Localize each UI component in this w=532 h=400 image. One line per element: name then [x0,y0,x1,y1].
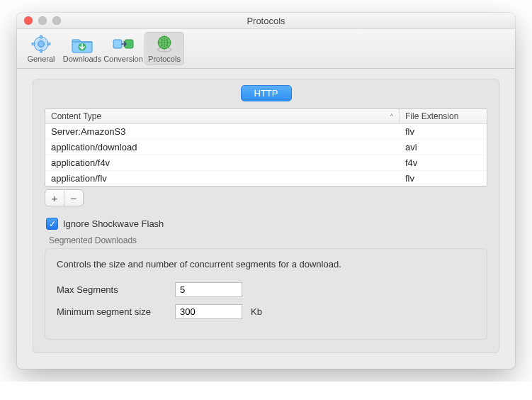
min-segment-size-row: Minimum segment size Kb [57,304,475,319]
tab-conversion[interactable]: Conversion [103,32,143,65]
close-icon[interactable] [24,16,33,25]
toolbar-label: Protocols [145,55,184,63]
cell-content-type: application/f4v [45,155,400,170]
cell-content-type: application/download [45,140,400,155]
add-button[interactable]: + [45,190,64,206]
checkbox-label: Ignore Shockwave Flash [63,218,164,229]
protocols-panel: HTTP Content Type ^ File Extension Serve… [33,79,499,353]
tab-downloads[interactable]: Downloads [62,32,102,65]
table-row[interactable]: application/f4v f4v [45,155,487,171]
download-folder-icon [70,34,94,54]
add-remove-control: + − [45,189,84,206]
table-row[interactable]: application/download avi [45,140,487,155]
window-title: Protocols [17,16,515,26]
remove-button[interactable]: − [64,190,83,206]
checkbox-checked-icon[interactable]: ✓ [46,218,58,230]
svg-rect-7 [113,40,122,48]
tab-protocols[interactable]: Protocols [145,32,184,65]
toolbar-label: Conversion [103,55,143,63]
column-file-extension[interactable]: File Extension [400,109,487,123]
column-label: File Extension [405,111,458,121]
ignore-shockwave-row[interactable]: ✓ Ignore Shockwave Flash [46,218,486,230]
cell-file-extension: f4v [400,155,487,170]
zoom-icon[interactable] [52,16,61,25]
preferences-window: Protocols General [17,13,515,369]
column-label: Content Type [51,111,101,121]
svg-rect-2 [40,35,43,38]
titlebar: Protocols [17,13,515,29]
svg-rect-5 [47,43,50,45]
tab-general[interactable]: General [21,32,61,65]
cell-content-type: Server:AmazonS3 [45,124,400,139]
max-segments-input[interactable] [175,282,242,297]
cell-file-extension: avi [400,140,487,155]
conversion-icon [111,34,135,54]
toolbar-label: General [21,55,61,63]
svg-point-1 [38,41,45,48]
group-title: Segmented Downloads [49,235,487,245]
table-body: Server:AmazonS3 flv application/download… [45,124,487,186]
svg-rect-4 [32,43,35,45]
table-header: Content Type ^ File Extension [45,109,487,124]
gear-icon [29,34,53,54]
unit-label: Kb [251,306,262,317]
cell-file-extension: flv [400,171,487,186]
max-segments-label: Max Segments [57,284,166,295]
cell-content-type: application/flv [45,171,400,186]
content-area: HTTP Content Type ^ File Extension Serve… [17,69,515,369]
min-segment-size-label: Minimum segment size [57,306,166,317]
http-tab[interactable]: HTTP [241,85,292,101]
window-controls [17,16,61,25]
column-content-type[interactable]: Content Type ^ [45,109,400,123]
globe-icon [152,34,176,54]
table-row[interactable]: application/flv flv [45,171,487,186]
content-type-table: Content Type ^ File Extension Server:Ama… [45,109,487,187]
svg-rect-3 [40,50,43,52]
toolbar-label: Downloads [62,55,102,63]
min-segment-size-input[interactable] [175,304,242,319]
max-segments-row: Max Segments [57,282,475,297]
table-row[interactable]: Server:AmazonS3 flv [45,124,487,140]
minimize-icon[interactable] [38,16,47,25]
group-box: Controls the size and number of concurre… [45,248,487,340]
toolbar: General Downloads Conversio [17,29,515,69]
group-description: Controls the size and number of concurre… [57,259,475,270]
cell-file-extension: flv [400,124,487,139]
sort-ascending-icon: ^ [390,113,393,120]
segmented-downloads-group: Segmented Downloads Controls the size an… [45,235,487,340]
